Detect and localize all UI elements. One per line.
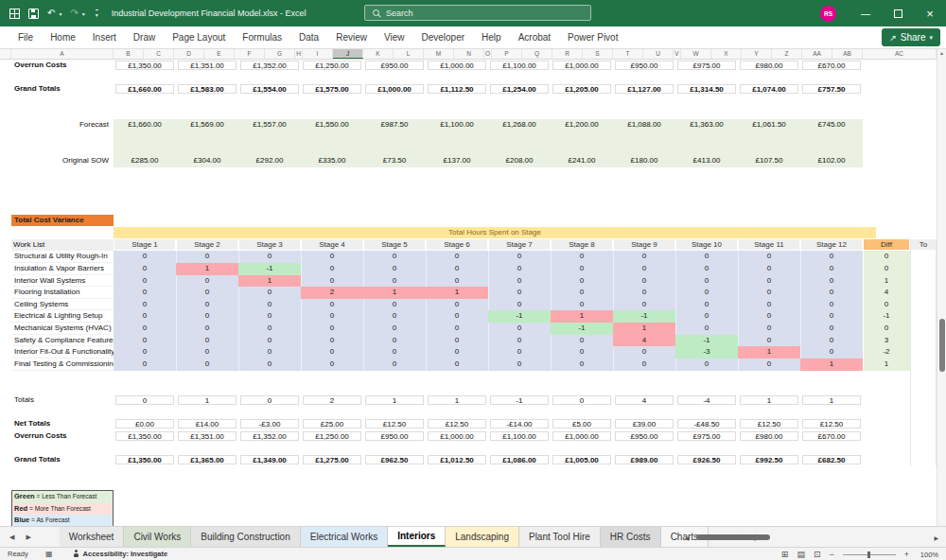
cell[interactable]: 0 xyxy=(675,323,738,335)
cell[interactable]: 0 xyxy=(488,251,551,263)
ribbon-tab-home[interactable]: Home xyxy=(42,26,84,48)
cell[interactable]: 0 xyxy=(238,335,301,347)
zoom-out-button[interactable]: − xyxy=(829,550,833,559)
sheet-tab-building-construction[interactable]: Building Construction xyxy=(191,527,301,547)
minimize-button[interactable]: — xyxy=(850,0,882,26)
cell[interactable]: 1 xyxy=(738,346,800,359)
grand-totals-label[interactable]: Grand Totals xyxy=(12,83,114,96)
cell[interactable]: 0 xyxy=(613,346,675,359)
diff-cell[interactable]: 1 xyxy=(863,275,910,288)
cell[interactable]: £180.00 xyxy=(613,155,675,167)
cell[interactable]: 0 xyxy=(613,263,675,275)
overrun-costs-label[interactable]: Overrun Costs xyxy=(12,430,114,443)
work-item-label[interactable]: Ceiling Systems xyxy=(12,299,114,311)
cell[interactable]: 0 xyxy=(613,299,675,311)
cell[interactable]: £682.50 xyxy=(802,455,861,464)
cell[interactable]: 1 xyxy=(176,263,238,275)
cell[interactable]: 0 xyxy=(176,275,238,288)
cell[interactable]: £962.50 xyxy=(365,455,424,464)
sheet-prev-icon[interactable]: ◀ xyxy=(9,534,14,541)
diff-cell[interactable]: -2 xyxy=(863,346,910,359)
cell[interactable]: 0 xyxy=(551,359,613,371)
ribbon-tab-insert[interactable]: Insert xyxy=(84,26,125,48)
work-item-label[interactable]: Final Testing & Commissioning xyxy=(12,359,114,371)
cell[interactable]: 0 xyxy=(675,251,738,263)
cell[interactable]: 0 xyxy=(488,275,551,288)
column-header-s[interactable]: S xyxy=(583,49,613,59)
cell[interactable]: 0 xyxy=(114,335,176,347)
column-header-m[interactable]: M xyxy=(424,49,454,59)
column-header-q[interactable]: Q xyxy=(522,49,552,59)
redo-button[interactable]: ↷ xyxy=(70,9,78,18)
cell[interactable]: £1,660.00 xyxy=(115,84,174,94)
cell[interactable]: £1,350.00 xyxy=(115,431,174,441)
stage-header[interactable]: Stage 10 xyxy=(675,239,738,251)
cell[interactable]: 0 xyxy=(301,346,363,359)
cell[interactable]: £1,660.00 xyxy=(114,119,176,131)
cell[interactable]: £975.00 xyxy=(677,431,736,441)
column-header-x[interactable]: X xyxy=(711,49,742,59)
cell[interactable]: £1,268.00 xyxy=(488,119,551,131)
cell[interactable]: £1,205.00 xyxy=(552,84,611,94)
cell[interactable]: 0 xyxy=(363,251,426,263)
accessibility-status[interactable]: Accessibility: Investigate xyxy=(83,550,168,558)
cell[interactable]: 0 xyxy=(488,287,551,299)
cell[interactable]: £992.50 xyxy=(740,455,798,464)
cell[interactable]: -4 xyxy=(677,395,736,405)
cell[interactable]: 0 xyxy=(800,346,863,359)
cell[interactable]: 0 xyxy=(114,275,176,288)
page-break-view-button[interactable]: ⊡ xyxy=(814,549,821,560)
cell[interactable]: 0 xyxy=(738,299,800,311)
cell[interactable]: £1,254.00 xyxy=(490,84,549,94)
diff-cell[interactable]: -1 xyxy=(863,310,910,323)
column-header-h[interactable]: H xyxy=(295,49,303,59)
cell[interactable]: 0 xyxy=(238,346,301,359)
cell[interactable]: 2 xyxy=(303,395,361,405)
cell[interactable]: 0 xyxy=(488,299,551,311)
cell[interactable]: £285.00 xyxy=(114,155,176,167)
cell[interactable]: 0 xyxy=(426,335,488,347)
cell[interactable]: 0 xyxy=(363,275,426,288)
stage-header[interactable]: Stage 3 xyxy=(238,239,301,251)
horizontal-scrollbar-thumb[interactable] xyxy=(696,534,770,540)
ribbon-tab-power-pivot[interactable]: Power Pivot xyxy=(559,26,626,48)
ribbon-tab-acrobat[interactable]: Acrobat xyxy=(510,26,559,48)
cell[interactable]: £1,365.00 xyxy=(178,455,236,464)
cell[interactable]: £1,351.00 xyxy=(178,61,236,70)
cell[interactable]: 0 xyxy=(301,299,363,311)
ribbon-tab-review[interactable]: Review xyxy=(327,26,376,48)
diff-cell[interactable]: 0 xyxy=(863,263,910,275)
save-button[interactable] xyxy=(28,9,39,19)
cell[interactable]: £1,005.00 xyxy=(552,455,611,464)
cell[interactable]: 0 xyxy=(800,251,863,263)
cell[interactable]: 0 xyxy=(301,263,363,275)
column-header-d[interactable]: D xyxy=(174,49,204,59)
cell[interactable]: £950.00 xyxy=(365,61,424,70)
cell[interactable]: £39.00 xyxy=(615,419,674,429)
cell[interactable]: 0 xyxy=(363,335,426,347)
worksheet-grid[interactable]: Overrun Costs£1,350.00£1,351.00£1,352.00… xyxy=(0,60,937,526)
work-item-label[interactable]: Interior Fit-Out & Functionality xyxy=(12,346,114,359)
overrun-costs-label[interactable]: Overrun Costs xyxy=(12,60,114,72)
close-button[interactable]: × xyxy=(914,0,946,26)
cell[interactable]: £304.00 xyxy=(176,155,238,167)
cell[interactable]: 0 xyxy=(114,310,176,323)
zoom-slider-thumb[interactable] xyxy=(867,551,870,558)
cell[interactable]: 0 xyxy=(363,346,426,359)
cell[interactable]: £73.50 xyxy=(363,155,426,167)
avatar[interactable]: RS xyxy=(820,6,836,22)
cell[interactable]: 0 xyxy=(176,335,238,347)
stage-header[interactable]: Stage 1 xyxy=(114,239,176,251)
cell[interactable]: £1,554.00 xyxy=(240,84,299,94)
forecast-label[interactable]: Forecast xyxy=(12,119,114,131)
cell[interactable]: £1,086.00 xyxy=(490,455,549,464)
cell[interactable]: 0 xyxy=(426,275,488,288)
work-item-label[interactable]: Insulation & Vapor Barriers xyxy=(12,263,114,275)
diff-cell[interactable]: 3 xyxy=(863,335,910,347)
cell[interactable]: 0 xyxy=(301,359,363,371)
cell[interactable]: 0 xyxy=(738,323,800,335)
total-header[interactable]: To xyxy=(910,239,937,251)
stage-header[interactable]: Stage 9 xyxy=(613,239,675,251)
column-header-i[interactable]: I xyxy=(303,49,333,59)
cell[interactable]: £1,100.00 xyxy=(426,119,488,131)
